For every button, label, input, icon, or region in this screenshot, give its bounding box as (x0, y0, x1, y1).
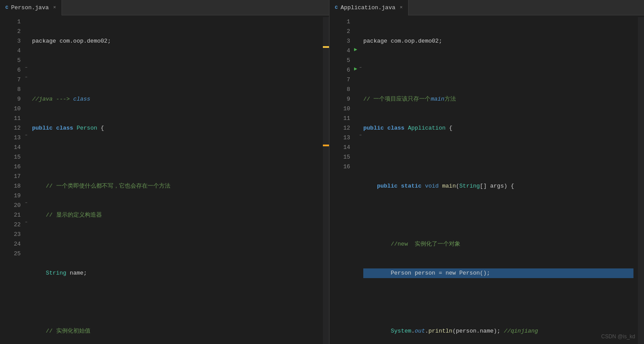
gutter-right: ▶ ▶ − − (354, 17, 363, 344)
editors-row: 1 2 3 4 5 6 7 8 9 10 11 12 13 14 15 16 1 (0, 15, 644, 344)
collapse-21[interactable]: − (25, 220, 27, 225)
gutter-left: − − − − − (24, 17, 32, 344)
rline-8: //new 实例化了一个对象 (363, 239, 633, 249)
run-arrow-6: ▶ (354, 65, 357, 72)
c-icon-right: c (335, 4, 338, 11)
tab-application-label: Application.java (340, 4, 395, 11)
code-area-right[interactable]: 1 2 3 4 5 6 7 8 9 10 11 12 13 14 15 16 (329, 15, 644, 344)
code-content-right[interactable]: package com.oop.demo02; // 一个项目应该只存一个mai… (363, 17, 638, 344)
tab-person[interactable]: c Person.java × (0, 0, 62, 15)
line-2-left (32, 65, 318, 75)
line-11-left: // 实例化初始值 (32, 326, 318, 336)
editor-container: c Person.java × c Application.java × 1 2… (0, 0, 644, 344)
line-numbers-right: 1 2 3 4 5 6 7 8 9 10 11 12 13 14 15 16 (329, 17, 354, 344)
scrollbar-left[interactable] (323, 17, 329, 344)
editor-pane-right: 1 2 3 4 5 6 7 8 9 10 11 12 13 14 15 16 (329, 15, 644, 344)
line-3-left: //java ---> class (32, 94, 318, 104)
tab-bar-right: c Application.java × (329, 0, 644, 15)
rline-4: public class Application { (363, 123, 633, 133)
collapse-6[interactable]: − (25, 65, 27, 70)
code-content-left[interactable]: package com.oop.demo02; //java ---> clas… (32, 17, 323, 344)
tab-application[interactable]: c Application.java × (329, 0, 409, 15)
scroll-marker-2 (323, 145, 329, 146)
line-8-left (32, 239, 318, 249)
line-5-left (32, 152, 318, 162)
collapse-r-6[interactable]: − (359, 65, 362, 70)
line-7-left: // 显示的定义构造器 (32, 210, 318, 220)
rline-5 (363, 152, 633, 162)
tab-bar: c Person.java × c Application.java × (0, 0, 644, 15)
collapse-13[interactable]: − (25, 133, 27, 138)
line-numbers-left: 1 2 3 4 5 6 7 8 9 10 11 12 13 14 15 16 1 (0, 17, 24, 344)
tab-application-close[interactable]: × (400, 5, 403, 10)
scrollbar-right[interactable] (638, 17, 644, 344)
rline-6: public static void main(String[] args) { (363, 181, 633, 191)
rline-11: System.out.println(person.name); //qinji… (363, 326, 633, 336)
line-9-left: String name; (32, 268, 318, 278)
c-icon-left: c (5, 4, 8, 11)
run-arrow-4: ▶ (354, 46, 357, 53)
line-1-left: package com.oop.demo02; (32, 36, 318, 46)
line-6-left: // 一个类即使什么都不写，它也会存在一个方法 (32, 181, 318, 191)
tab-person-close[interactable]: × (53, 5, 56, 10)
tab-person-label: Person.java (11, 4, 49, 11)
rline-7 (363, 210, 633, 220)
rline-1: package com.oop.demo02; (363, 36, 633, 46)
scroll-marker-1 (323, 46, 329, 48)
rline-3: // 一个项目应该只存一个main方法 (363, 94, 633, 104)
watermark: CSDN @is_kd (601, 333, 635, 340)
collapse-7[interactable]: − (25, 75, 27, 80)
line-10-left (32, 297, 318, 307)
rline-9: Person person = new Person(); (363, 268, 633, 278)
rline-10 (363, 297, 633, 307)
tab-bar-left: c Person.java × (0, 0, 329, 15)
collapse-r-13[interactable]: − (359, 133, 362, 138)
collapse-19[interactable]: − (25, 201, 27, 205)
rline-2 (363, 65, 633, 75)
line-4-left: public class Person { (32, 123, 318, 133)
editor-pane-left: 1 2 3 4 5 6 7 8 9 10 11 12 13 14 15 16 1 (0, 15, 329, 344)
code-area-left[interactable]: 1 2 3 4 5 6 7 8 9 10 11 12 13 14 15 16 1 (0, 15, 329, 344)
